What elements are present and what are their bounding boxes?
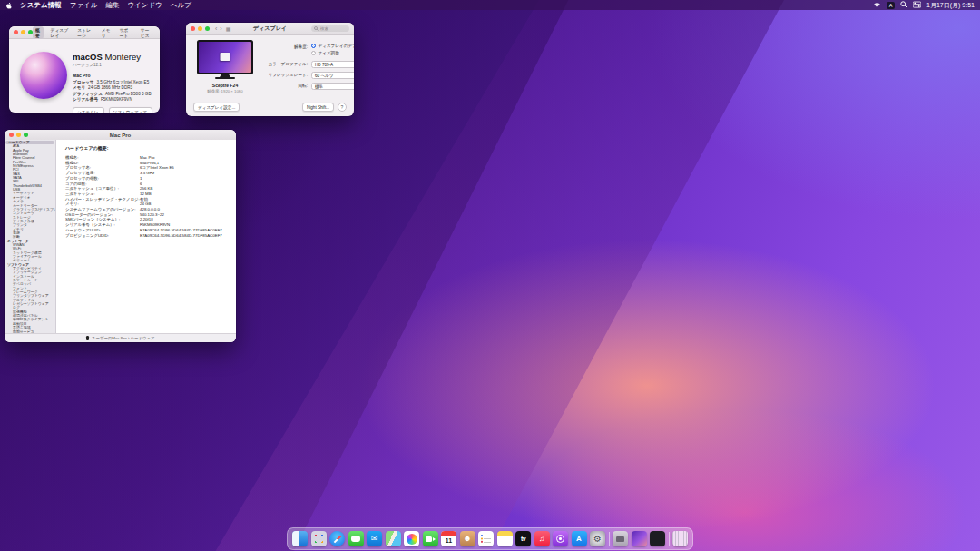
minimize-button[interactable] xyxy=(21,30,25,34)
apple-menu-icon[interactable] xyxy=(5,2,13,9)
software-update-button[interactable]: ソフトウェア・アップデート... xyxy=(109,107,152,113)
dock-item-trash[interactable] xyxy=(672,531,688,546)
dock-item-glyph: ☻ xyxy=(463,535,471,543)
night-shift-button[interactable]: Night Shift... xyxy=(302,103,334,112)
forward-button[interactable]: › xyxy=(220,25,221,32)
dock-item-contacts[interactable]: ☻ xyxy=(460,531,475,546)
close-button[interactable] xyxy=(191,26,195,31)
window-title: Mac Pro xyxy=(5,133,236,138)
about-buttons: システムレポート... ソフトウェア・アップデート... xyxy=(73,107,152,113)
about-tab[interactable]: ストレージ xyxy=(74,26,94,39)
about-this-mac-window: 概要ディスプレイストレージメモリサポートサービス macOS Monterey … xyxy=(9,26,160,113)
input-source-icon[interactable]: A xyxy=(887,2,895,9)
radio-button[interactable] xyxy=(311,51,316,55)
spec-row: グラフィックス AMD FirePro D500 3 GB xyxy=(73,92,152,96)
display-thumbnail-window xyxy=(220,53,230,61)
minimize-button[interactable] xyxy=(198,26,202,31)
dock-item-maps[interactable] xyxy=(386,531,401,546)
select-label: リフレッシュレート: xyxy=(260,72,311,77)
dock-item-reminders[interactable] xyxy=(478,531,494,546)
spec-row: プロセッサ 3.5 GHz 6コアIntel Xeon E5 xyxy=(73,80,152,84)
search-placeholder: 検索 xyxy=(320,26,328,31)
dock-item-calendar[interactable]: 11 xyxy=(441,531,456,546)
about-tab[interactable]: サービス xyxy=(138,26,155,39)
displays-titlebar[interactable]: ‹ › ▦ ディスプレイ 検索 xyxy=(186,23,354,35)
sysinfo-main: ハードウェアATAApple PayBluetoothFibre Channel… xyxy=(5,140,236,334)
dock-item-system-preferences[interactable]: ⚙ xyxy=(590,531,605,546)
zoom-button[interactable] xyxy=(205,26,210,31)
dock: ✉ 11 ☻ tv ♫ A ⚙ xyxy=(287,527,693,550)
menu-item[interactable]: システム情報 xyxy=(20,1,62,10)
about-tab[interactable]: サポート xyxy=(117,26,134,39)
dock-item-facetime[interactable] xyxy=(423,531,438,546)
dock-item-min-window-1[interactable] xyxy=(612,531,628,546)
display-thumbnail[interactable] xyxy=(197,40,253,74)
dock-item-messages[interactable] xyxy=(348,531,364,546)
radio-label: サイズ調整 xyxy=(318,51,339,55)
spec-value: 3.5 GHz 6コアIntel Xeon E5 xyxy=(97,80,150,84)
system-report-button[interactable]: システムレポート... xyxy=(73,107,104,113)
menu-item[interactable]: ヘルプ xyxy=(171,1,191,10)
menu-item[interactable]: ファイル xyxy=(70,1,98,10)
displays-footer: ディスプレイ設定... Night Shift... ? xyxy=(193,103,347,112)
monterey-orb-image xyxy=(20,52,67,99)
spotlight-icon[interactable] xyxy=(900,1,907,10)
display-thumbnail-screen xyxy=(199,42,251,73)
displays-controls: 解像度: ディスプレイのデフォルト サイズ調整 カラープロファイル: HD 70 xyxy=(257,40,354,93)
menu-item[interactable]: ウインドウ xyxy=(127,1,162,10)
select-row: カラープロファイル: HD 709-A xyxy=(260,61,354,68)
select-dropdown[interactable]: HD 709-A xyxy=(311,61,354,68)
sysinfo-sidebar[interactable]: ハードウェアATAApple PayBluetoothFibre Channel… xyxy=(5,140,56,334)
close-button[interactable] xyxy=(14,30,18,34)
select-value: HD 709-A xyxy=(315,63,333,67)
dock-item-finder[interactable] xyxy=(292,531,308,546)
resolution-option[interactable]: ディスプレイのデフォルト xyxy=(311,44,354,48)
control-center-icon[interactable] xyxy=(913,1,921,10)
spec-label: グラフィックス xyxy=(73,92,103,96)
dock-item-min-window-2[interactable] xyxy=(632,531,647,546)
resolution-option[interactable]: サイズ調整 xyxy=(311,51,354,55)
menu-item[interactable]: 編集 xyxy=(105,1,119,10)
radio-button[interactable] xyxy=(311,44,316,48)
select-dropdown[interactable]: 標準 xyxy=(311,83,354,90)
spec-row: メモリ 24 GB 1866 MHz DDR3 xyxy=(73,85,152,90)
dock-item-tv[interactable]: tv xyxy=(515,531,531,546)
about-tab[interactable]: 概要 xyxy=(33,26,44,39)
dock-item-app-store[interactable]: A xyxy=(572,531,587,546)
about-titlebar[interactable]: 概要ディスプレイストレージメモリサポートサービス xyxy=(9,26,160,39)
display-stand xyxy=(220,74,230,77)
select-dropdown[interactable]: 60 ヘルツ xyxy=(311,72,354,79)
show-all-icon[interactable]: ▦ xyxy=(226,25,231,32)
spec-label: メモリ xyxy=(73,85,85,90)
display-stand-base xyxy=(215,77,235,79)
wifi-icon[interactable] xyxy=(873,1,881,10)
display-preview: Sceptre F24 解像度: 1920 × 1080 xyxy=(193,40,257,93)
about-tabs: 概要ディスプレイストレージメモリサポートサービス xyxy=(33,26,155,39)
about-tab[interactable]: ディスプレイ xyxy=(47,26,71,39)
close-button[interactable] xyxy=(9,133,14,137)
zoom-button[interactable] xyxy=(24,133,28,137)
status-path: ユーザーのMac Pro › ハードウェア xyxy=(92,336,154,340)
spec-label: プロセッサ xyxy=(73,80,94,84)
back-button[interactable]: ‹ xyxy=(215,25,217,32)
menu-bar-clock[interactable]: 1月17日(月) 9:51 xyxy=(926,1,975,10)
search-field[interactable]: 検索 xyxy=(311,25,349,32)
dock-item-notes[interactable] xyxy=(497,531,513,546)
display-settings-button[interactable]: ディスプレイ設定... xyxy=(193,103,240,112)
about-tab[interactable]: メモリ xyxy=(99,26,113,39)
resolution-radio-group: ディスプレイのデフォルト サイズ調整 xyxy=(311,44,354,57)
dock-item-music[interactable]: ♫ xyxy=(534,531,550,546)
dock-item-min-window-3[interactable] xyxy=(650,531,665,546)
dock-item-mail[interactable]: ✉ xyxy=(367,531,382,546)
dock-item-podcasts[interactable] xyxy=(553,531,568,546)
help-button[interactable]: ? xyxy=(338,103,347,112)
minimize-button[interactable] xyxy=(16,133,21,137)
dock-item-glyph: 11 xyxy=(446,537,452,544)
os-version-name: Monterey xyxy=(104,52,141,62)
displays-preferences-window: ‹ › ▦ ディスプレイ 検索 Sceptre F24 解像度: 1920 × … xyxy=(186,23,354,116)
dock-item-launchpad[interactable] xyxy=(311,531,327,546)
dock-item-safari[interactable] xyxy=(329,531,345,546)
dock-item-photos[interactable] xyxy=(404,531,419,546)
resolution-label: 解像度: xyxy=(260,44,311,49)
hardware-overview-title: ハードウェアの概要: xyxy=(65,145,236,151)
